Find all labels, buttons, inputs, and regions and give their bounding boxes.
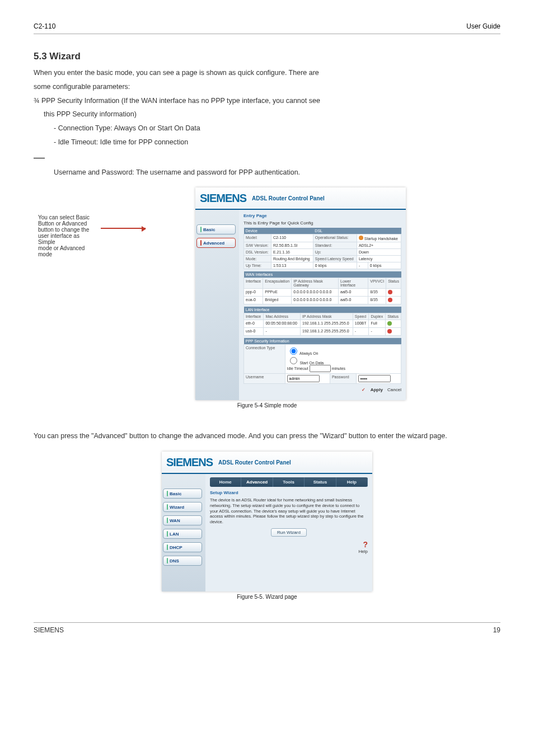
tab-status[interactable]: Status — [305, 477, 336, 487]
panel-subtitle: ADSL Router Control Panel — [218, 459, 291, 466]
status-dot-icon — [387, 329, 392, 334]
tab-help[interactable]: Help — [336, 477, 368, 487]
help-icon[interactable]: ?Help — [210, 540, 368, 554]
side-lan-button[interactable]: LAN — [163, 529, 202, 539]
wizard-crumb: Setup Wizard — [210, 490, 368, 495]
header-rule — [34, 34, 500, 34]
breadcrumb: Entry Page — [243, 213, 401, 218]
run-wizard-button[interactable]: Run Wizard — [271, 528, 307, 537]
device-dsl-table: DeviceDSL Model:C2-110Operational Status… — [243, 228, 401, 269]
router-panel-simple: SIEMENS ADSL Router Control Panel Basic … — [195, 187, 406, 400]
figure-caption-1: Figure 5-4 Simple mode — [34, 402, 500, 408]
bullet-1b: this PPP Security information) — [44, 109, 500, 120]
side-wan-button[interactable]: WAN — [163, 515, 202, 525]
bullet-2: - Connection Type: Always On or Start On… — [54, 123, 500, 134]
cancel-button[interactable]: Cancel — [387, 387, 401, 392]
wizard-description: The device is an ADSL Router ideal for h… — [210, 497, 368, 525]
apply-button[interactable]: Apply — [371, 387, 383, 392]
status-dot-icon — [359, 236, 363, 240]
doc-type: User Guide — [466, 22, 500, 30]
tab-home[interactable]: Home — [210, 477, 241, 487]
bullet-3: - Idle Timeout: Idle time for PPP connec… — [54, 137, 500, 148]
annotation-arrow-icon — [101, 228, 146, 229]
figure-caption-2: Figure 5-5. Wizard page — [34, 594, 500, 600]
intro-p1: When you enter the basic mode, you can s… — [34, 68, 500, 78]
brand-logo: SIEMENS — [166, 456, 213, 469]
side-wizard-button[interactable]: Wizard — [163, 502, 202, 512]
bullet-1a: ¾ PPP Security Information (If the WAN i… — [34, 96, 500, 106]
page-desc: This is Entry Page for Quick Config — [243, 220, 401, 226]
always-on-radio[interactable]: Always On — [287, 351, 318, 355]
side-basic-button[interactable]: Basic — [196, 224, 236, 234]
tab-tools[interactable]: Tools — [273, 477, 305, 487]
top-tab-bar: Home Advanced Tools Status Help — [210, 477, 368, 487]
status-dot-icon — [387, 321, 392, 326]
idle-timeout-input[interactable] — [310, 365, 331, 372]
annotation-callout: You can select Basic Button or Advanced … — [34, 210, 101, 262]
bullet-4: Username and Password: The username and … — [54, 167, 500, 178]
paragraph-2: You can press the "Advanced" button to c… — [34, 431, 500, 442]
panel-subtitle: ADSL Router Control Panel — [252, 195, 325, 201]
wan-interfaces-table: WAN Interfaces InterfaceEncapsulationIP … — [243, 271, 401, 304]
intro-p2: some configurable parameters: — [34, 82, 500, 92]
ppp-security-table: PPP Security Information Connection Type… — [243, 338, 401, 384]
side-basic-button[interactable]: Basic — [163, 489, 202, 499]
lan-interface-table: LAN Interface InterfaceMac AddressIP Add… — [243, 307, 401, 336]
side-dhcp-button[interactable]: DHCP — [163, 542, 202, 552]
footer-brand: SIEMENS — [34, 626, 64, 634]
tab-advanced[interactable]: Advanced — [241, 477, 273, 487]
username-input[interactable] — [287, 375, 320, 382]
footer-page: 19 — [493, 626, 500, 634]
section-title: 5.3 Wizard — [34, 51, 500, 62]
side-advanced-button[interactable]: Advanced — [196, 238, 236, 248]
apply-check-icon: ✓ — [362, 387, 366, 392]
status-dot-icon — [388, 290, 392, 294]
side-dns-button[interactable]: DNS — [163, 556, 202, 566]
em-dash: — — [34, 151, 500, 164]
product-name: C2-110 — [34, 22, 55, 30]
password-input[interactable] — [358, 375, 391, 382]
start-on-data-radio[interactable]: Start On Data — [287, 361, 324, 365]
status-dot-icon — [388, 298, 392, 302]
router-panel-wizard: SIEMENS ADSL Router Control Panel Basic … — [162, 452, 372, 591]
brand-logo: SIEMENS — [200, 192, 246, 205]
